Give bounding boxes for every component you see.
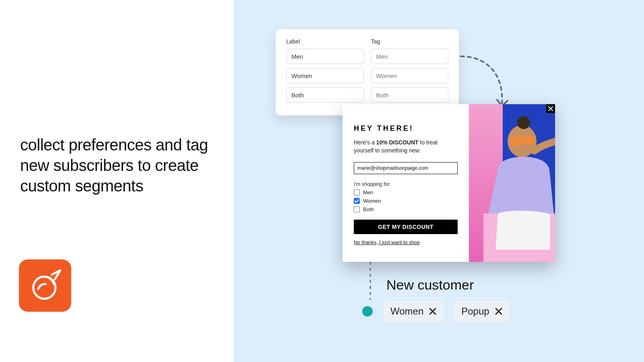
shopping-for-prompt: I'm shopping for: [354,181,458,187]
svg-point-2 [517,116,530,129]
popup-title: HEY THERE! [354,124,458,133]
checkbox-row-men[interactable]: Men [354,189,458,195]
close-button[interactable] [546,104,555,113]
close-icon [429,308,436,315]
segment-dot-icon [362,306,373,317]
chip-remove-button[interactable] [495,308,502,315]
checkbox-label-men: Men [363,189,373,195]
model-illustration-icon [474,113,555,262]
label-input-row-1[interactable] [286,68,364,83]
marketing-headline: collect preferences and tag new subscrib… [20,135,221,197]
chip-label: Popup [461,306,489,317]
checkbox-men[interactable] [354,189,360,195]
label-column-header: Label [286,38,364,45]
segment-chip-popup[interactable]: Popup [454,301,509,322]
popup-copy: Here's a 10% DISCOUNT to treat yourself … [354,138,458,155]
tag-column-header: Tag [371,38,449,45]
tag-input-row-1[interactable] [371,68,449,83]
close-icon [548,106,553,111]
checkbox-women[interactable] [354,198,360,204]
close-icon [495,308,502,315]
segment-chip-women[interactable]: Women [383,301,444,322]
checkbox-label-both: Both [363,206,374,212]
checkbox-both[interactable] [354,206,360,212]
popup-copy-bold: 10% DISCOUNT [376,139,419,146]
email-field[interactable] [354,162,458,174]
segment-title: New customer [386,277,510,293]
label-input-row-2[interactable] [286,87,364,103]
segment-block: New customer Women Popup [362,277,510,322]
chip-remove-button[interactable] [429,308,436,315]
brand-logo [19,259,71,312]
decline-link[interactable]: No thanks, I just want to shop [354,240,420,245]
signup-popup: HEY THERE! Here's a 10% DISCOUNT to trea… [343,104,555,262]
checkbox-label-women: Women [363,198,381,204]
svg-point-3 [510,136,523,146]
svg-rect-5 [513,138,530,140]
get-discount-button[interactable]: GET MY DISCOUNT [354,220,458,234]
tag-input-row-2[interactable] [371,87,449,103]
label-input-row-0[interactable] [286,49,364,64]
popup-hero-image [469,104,555,262]
popup-copy-prefix: Here's a [354,139,376,146]
tag-input-row-0[interactable] [371,49,449,64]
checkbox-row-both[interactable]: Both [354,206,458,212]
svg-point-4 [522,136,535,145]
unicorn-icon [28,268,62,303]
tag-settings-card: Label Tag [276,29,459,115]
chip-label: Women [390,306,423,317]
checkbox-row-women[interactable]: Women [354,198,458,204]
